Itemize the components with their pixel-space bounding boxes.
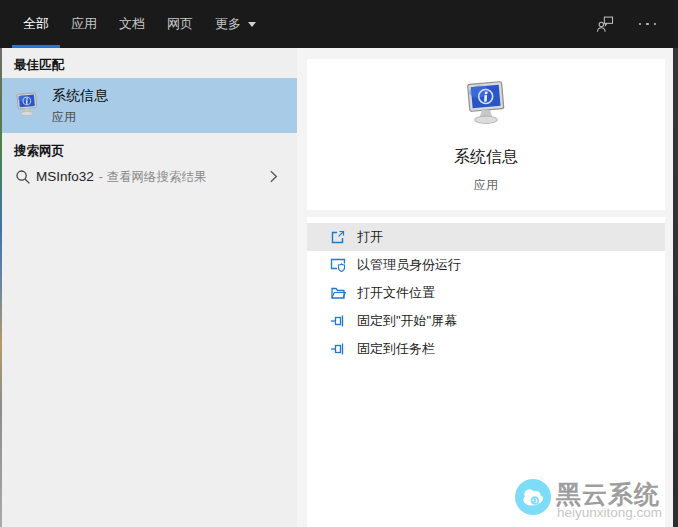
tab-all[interactable]: 全部 (12, 0, 60, 48)
run-as-admin-icon (330, 257, 346, 273)
action-run-as-admin-label: 以管理员身份运行 (357, 256, 461, 274)
action-pin-to-start-label: 固定到"开始"屏幕 (357, 312, 457, 330)
ellipsis-icon[interactable] (635, 19, 661, 30)
results-panel: 最佳匹配 系统信息 应用 搜索网页 (2, 48, 297, 527)
tab-web[interactable]: 网页 (156, 0, 204, 48)
tab-apps-label: 应用 (71, 15, 97, 33)
search-icon (15, 169, 31, 185)
search-filter-bar: 全部 应用 文档 网页 更多 (0, 0, 678, 48)
best-match-header: 最佳匹配 (14, 57, 64, 74)
pin-icon (330, 341, 346, 357)
best-match-title: 系统信息 (52, 87, 108, 105)
pin-icon (330, 313, 346, 329)
best-match-subtitle: 应用 (52, 109, 76, 126)
watermark-domain: heiyunxitong.com (557, 505, 662, 520)
system-info-app-icon (462, 80, 510, 128)
folder-icon (330, 285, 346, 301)
window-right-border (673, 0, 678, 527)
tab-more[interactable]: 更多 (204, 0, 267, 48)
preview-app-type: 应用 (307, 177, 665, 194)
windows-search-flyout: 全部 应用 文档 网页 更多 (0, 0, 678, 527)
web-search-hint: - 查看网络搜索结果 (99, 170, 207, 184)
system-info-app-icon (14, 92, 40, 118)
action-pin-to-taskbar-label: 固定到任务栏 (357, 340, 435, 358)
tab-more-label: 更多 (215, 15, 241, 33)
desktop-edge-sliver (0, 48, 2, 527)
chevron-down-icon (248, 22, 256, 27)
tab-all-label: 全部 (23, 15, 49, 33)
action-pin-to-taskbar[interactable]: 固定到任务栏 (307, 335, 665, 363)
preview-panel: 系统信息 应用 (307, 59, 665, 210)
web-search-result[interactable]: MSInfo32- 查看网络搜索结果 (2, 160, 297, 195)
action-open-label: 打开 (357, 228, 383, 246)
best-match-result[interactable]: 系统信息 应用 (2, 78, 297, 133)
cloud-logo-icon (515, 479, 551, 515)
filter-tabs: 全部 应用 文档 网页 更多 (12, 0, 267, 48)
action-open-file-location[interactable]: 打开文件位置 (307, 279, 665, 307)
chevron-right-icon[interactable] (266, 169, 281, 184)
web-search-query: MSInfo32 (36, 169, 94, 184)
open-icon (330, 229, 346, 245)
preview-app-name: 系统信息 (307, 147, 665, 168)
action-open[interactable]: 打开 (307, 223, 665, 251)
action-pin-to-start[interactable]: 固定到"开始"屏幕 (307, 307, 665, 335)
search-web-header: 搜索网页 (14, 143, 64, 160)
tab-web-label: 网页 (167, 15, 193, 33)
action-run-as-admin[interactable]: 以管理员身份运行 (307, 251, 665, 279)
tab-documents-label: 文档 (119, 15, 145, 33)
action-open-file-location-label: 打开文件位置 (357, 284, 435, 302)
tab-apps[interactable]: 应用 (60, 0, 108, 48)
feedback-icon[interactable] (596, 15, 615, 34)
tab-documents[interactable]: 文档 (108, 0, 156, 48)
